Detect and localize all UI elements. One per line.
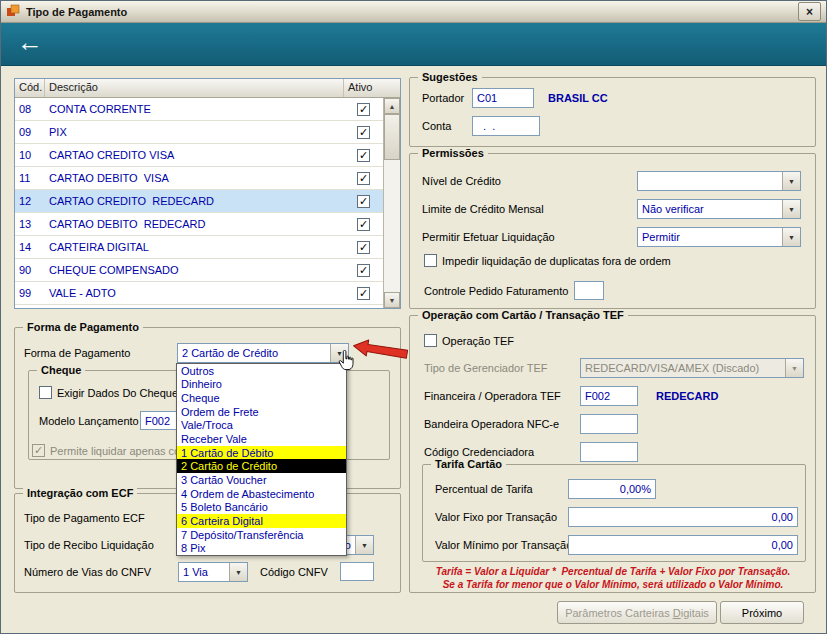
valor-fixo-field[interactable]: 0,00 bbox=[568, 507, 798, 527]
ativo-checkbox[interactable]: ✓ bbox=[357, 264, 370, 277]
dropdown-item[interactable]: 5 Boleto Bancário bbox=[177, 500, 346, 514]
chevron-down-icon[interactable]: ▼ bbox=[355, 536, 373, 554]
app-icon bbox=[6, 4, 21, 19]
ativo-checkbox[interactable]: ✓ bbox=[357, 126, 370, 139]
button-label: igitais bbox=[681, 607, 709, 619]
scroll-up-button[interactable]: ▲ bbox=[384, 98, 400, 114]
chevron-down-icon[interactable]: ▼ bbox=[782, 228, 800, 246]
nivel-credito-combo[interactable]: ▼ bbox=[637, 171, 801, 191]
controle-pedido-field[interactable] bbox=[574, 281, 604, 300]
forma-pagamento-value: 2 Cartão de Crédito bbox=[178, 344, 330, 362]
numero-vias-value: 1 Via bbox=[179, 563, 229, 581]
table-row[interactable]: 08CONTA CORRENTE✓ bbox=[15, 98, 383, 121]
dropdown-item[interactable]: Receber Vale bbox=[177, 432, 346, 446]
group-title-cheque: Cheque bbox=[37, 364, 85, 377]
limite-credito-label: Limite de Crédito Mensal bbox=[422, 203, 544, 215]
table-row[interactable]: 13CARTAO DEBITO REDECARD✓ bbox=[15, 213, 383, 236]
table-row[interactable]: 99VALE - ADTO✓ bbox=[15, 282, 383, 305]
bandeira-operadora-label: Bandeira Operadora NFC-e bbox=[424, 418, 559, 430]
exigir-dados-cheque-label: Exigir Dados Do Cheque bbox=[57, 387, 178, 399]
exigir-dados-cheque-checkbox[interactable] bbox=[39, 386, 52, 399]
table-row[interactable]: 11CARTAO DEBITO VISA✓ bbox=[15, 167, 383, 190]
valor-minimo-field[interactable]: 0,00 bbox=[568, 535, 798, 555]
parametros-carteiras-digitais-button[interactable]: Parâmetros Carteiras Digitais bbox=[557, 601, 717, 624]
row-ativo-cell: ✓ bbox=[344, 126, 383, 139]
row-descricao: CONTA CORRENTE bbox=[45, 103, 344, 115]
row-ativo-cell: ✓ bbox=[344, 149, 383, 162]
codigo-credenciadora-field[interactable] bbox=[580, 442, 638, 462]
row-ativo-cell: ✓ bbox=[344, 264, 383, 277]
chevron-down-icon: ▼ bbox=[785, 359, 803, 377]
ativo-checkbox[interactable]: ✓ bbox=[357, 241, 370, 254]
valor-minimo-label: Valor Mínimo por Transação bbox=[435, 539, 572, 551]
row-ativo-cell: ✓ bbox=[344, 241, 383, 254]
back-button[interactable]: ← bbox=[17, 27, 43, 57]
financeira-operadora-field[interactable]: F002 bbox=[580, 386, 638, 406]
payment-type-dropdown: OutrosDinheiroChequeOrdem de FreteVale/T… bbox=[176, 363, 347, 556]
numero-vias-combo[interactable]: 1 Via ▼ bbox=[178, 562, 248, 582]
ativo-checkbox[interactable]: ✓ bbox=[357, 218, 370, 231]
ativo-checkbox[interactable]: ✓ bbox=[357, 149, 370, 162]
table-row[interactable]: 14CARTEIRA DIGITAL✓ bbox=[15, 236, 383, 259]
bandeira-operadora-field[interactable] bbox=[580, 414, 638, 434]
chevron-down-icon[interactable]: ▼ bbox=[782, 172, 800, 190]
row-descricao: CHEQUE COMPENSADO bbox=[45, 264, 344, 276]
ativo-checkbox[interactable]: ✓ bbox=[357, 195, 370, 208]
dropdown-item[interactable]: Outros bbox=[177, 364, 346, 378]
percentual-tarifa-field[interactable]: 0,00% bbox=[568, 479, 656, 499]
portador-description: BRASIL CC bbox=[548, 92, 608, 104]
gerenciador-tef-value: REDECARD/VISA/AMEX (Discado) bbox=[581, 359, 785, 377]
dropdown-item[interactable]: 1 Cartão de Débito bbox=[177, 446, 346, 460]
dropdown-item[interactable]: 2 Cartão de Crédito bbox=[177, 459, 346, 473]
permite-liquidar-checkbox[interactable]: ✓ bbox=[32, 444, 45, 457]
table-row[interactable]: 09PIX✓ bbox=[15, 121, 383, 144]
column-header-ativo[interactable]: Ativo bbox=[344, 79, 400, 97]
ativo-checkbox[interactable]: ✓ bbox=[357, 287, 370, 300]
scroll-down-button[interactable]: ▼ bbox=[384, 292, 400, 308]
button-accesskey: D bbox=[673, 607, 681, 619]
row-descricao: VALE - ADTO bbox=[45, 287, 344, 299]
dropdown-item[interactable]: Vale/Troca bbox=[177, 419, 346, 433]
portador-field[interactable]: C01 bbox=[472, 88, 534, 108]
column-header-descricao[interactable]: Descrição bbox=[45, 79, 344, 97]
limite-credito-combo[interactable]: Não verificar ▼ bbox=[637, 199, 801, 219]
cursor-hand-icon bbox=[337, 350, 354, 375]
financeira-operadora-label: Financeira / Operadora TEF bbox=[424, 390, 561, 402]
table-row[interactable]: 10CARTAO CREDITO VISA✓ bbox=[15, 144, 383, 167]
group-title-operacao: Operação com Cartão / Transação TEF bbox=[418, 309, 628, 322]
chevron-down-icon[interactable]: ▼ bbox=[229, 563, 247, 581]
ativo-checkbox[interactable]: ✓ bbox=[357, 172, 370, 185]
codigo-cnfv-field[interactable] bbox=[340, 562, 374, 581]
row-code: 08 bbox=[15, 103, 45, 115]
operacao-tef-checkbox[interactable] bbox=[424, 334, 437, 347]
ativo-checkbox[interactable]: ✓ bbox=[357, 103, 370, 116]
forma-pagamento-combo[interactable]: 2 Cartão de Crédito ▼ bbox=[177, 343, 349, 363]
chevron-down-icon[interactable]: ▼ bbox=[782, 200, 800, 218]
close-button[interactable]: × bbox=[798, 2, 821, 21]
dropdown-item[interactable]: 6 Carteira Digital bbox=[177, 514, 346, 528]
proximo-button[interactable]: Próximo bbox=[720, 601, 804, 624]
dropdown-item[interactable]: Dinheiro bbox=[177, 378, 346, 392]
dropdown-item[interactable]: 3 Cartão Voucher bbox=[177, 473, 346, 487]
dropdown-item[interactable]: Ordem de Frete bbox=[177, 405, 346, 419]
column-header-cod[interactable]: Cód. bbox=[15, 79, 45, 97]
dropdown-item[interactable]: 7 Depósito/Transferência bbox=[177, 528, 346, 542]
exigir-dados-cheque-row: Exigir Dados Do Cheque bbox=[39, 386, 178, 399]
group-title-forma-pagamento: Forma de Pagamento bbox=[23, 321, 143, 334]
permitir-liquidacao-combo[interactable]: Permitir ▼ bbox=[637, 227, 801, 247]
group-title-permissoes: Permissões bbox=[418, 147, 488, 160]
row-code: 90 bbox=[15, 264, 45, 276]
grid-scrollbar[interactable]: ▲ ▼ bbox=[383, 98, 400, 308]
impedir-liquidacao-checkbox[interactable] bbox=[424, 254, 437, 267]
scroll-thumb[interactable] bbox=[384, 114, 400, 160]
conta-field[interactable]: . . bbox=[472, 116, 540, 136]
dropdown-item[interactable]: 8 Pix bbox=[177, 541, 346, 555]
group-title-sugestoes: Sugestões bbox=[418, 71, 482, 84]
impedir-liquidacao-label: Impedir liquidação de duplicatas fora de… bbox=[442, 255, 671, 267]
dropdown-item[interactable]: Cheque bbox=[177, 391, 346, 405]
dropdown-item[interactable]: 4 Ordem de Abastecimento bbox=[177, 487, 346, 501]
table-row[interactable]: 90CHEQUE COMPENSADO✓ bbox=[15, 259, 383, 282]
table-row[interactable]: 12CARTAO CREDITO REDECARD✓ bbox=[15, 190, 383, 213]
grid-header: Cód. Descrição Ativo bbox=[15, 79, 400, 98]
nivel-credito-value bbox=[638, 172, 782, 190]
